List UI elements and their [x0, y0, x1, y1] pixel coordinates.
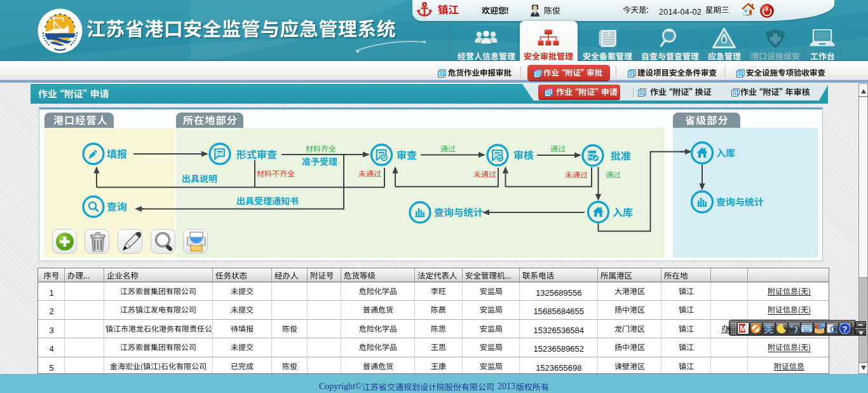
svg-text:M: M [740, 324, 747, 333]
svg-text:?: ? [843, 324, 848, 334]
svg-text:英: 英 [763, 323, 773, 334]
